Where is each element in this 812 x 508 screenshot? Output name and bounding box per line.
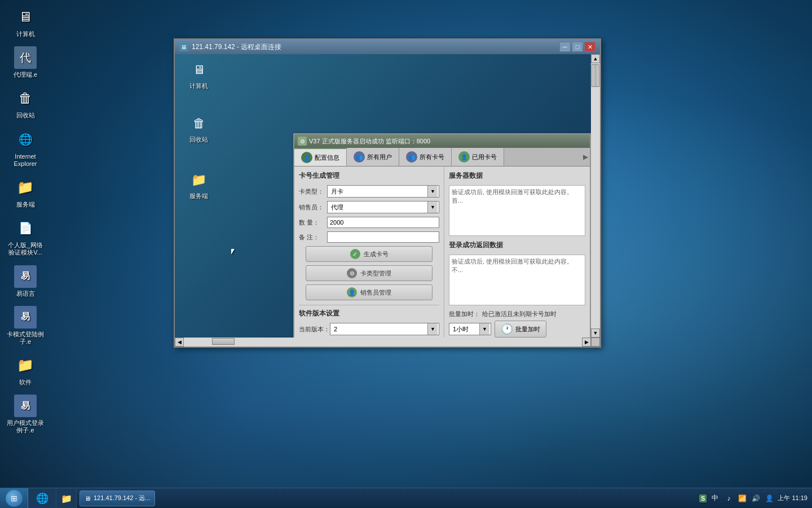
version-value: 2 [332, 326, 427, 332]
desktop-icon-service[interactable]: 📁 服务端 [6, 176, 45, 208]
tray-lang-icon[interactable]: 中 [710, 493, 720, 503]
inner-icon-service[interactable]: 📁 服务端 [180, 170, 217, 200]
quantity-label: 数 量： [299, 218, 327, 227]
desktop-icon-usermode[interactable]: 易 用户模式登录例子.e [6, 395, 45, 434]
rdp-hscroll-left-button[interactable]: ◀ [175, 338, 184, 347]
seller-arrow[interactable]: ▼ [427, 202, 438, 213]
software-label: 软件 [19, 379, 32, 386]
taskbar-ie-button[interactable]: 🌐 [34, 491, 50, 506]
card-type-label: 卡类型： [299, 187, 327, 196]
rdp-hscroll-right-button[interactable]: ▶ [582, 338, 591, 347]
rdp-scroll-down-button[interactable]: ▼ [591, 329, 600, 338]
tab-more-button[interactable]: ▶ [581, 148, 590, 166]
tab-used-cards[interactable]: 👤 已用卡号 [452, 148, 504, 166]
desktop: 🖥 计算机 代 代理端.e 🗑 回收站 🌐 Internet Explorer … [0, 0, 812, 508]
inner-icon-computer[interactable]: 🖥 计算机 [180, 60, 217, 90]
rdp-scroll-thumb[interactable] [592, 64, 599, 87]
start-orb: ⊞ [6, 490, 23, 507]
tab-users-label: 所有用户 [367, 153, 392, 161]
personal-label: 个人版_网络验证模块V... [6, 242, 45, 256]
desktop-icon-recycle[interactable]: 🗑 回收站 [6, 87, 45, 119]
remark-input[interactable] [327, 231, 439, 243]
batch-time-select[interactable]: 1小时 ▼ [449, 323, 491, 335]
batch-desc: 给已激活且未到期卡号加时 [482, 310, 557, 318]
batch-add-time-button[interactable]: 🕐 批量加时 [495, 321, 546, 338]
tray-speaker-icon: 🔊 [751, 493, 761, 503]
login-data-text: 验证成功后, 使用模块回激可获取此处内容。不... [452, 257, 582, 275]
taskbar-time: 上午 11:19 [778, 494, 807, 502]
personal-icon: 📄 [14, 217, 37, 239]
recycle-icon: 🗑 [14, 87, 37, 110]
card-gen-title: 卡号生成管理 [299, 171, 439, 181]
app-right-panel: 服务器数据 验证成功后, 使用模块回激可获取此处内容。首... 登录成功返回数据… [444, 167, 590, 338]
app-left-panel: 卡号生成管理 卡类型： 月卡 ▼ 销售员： [294, 167, 444, 338]
card-type-select[interactable]: 月卡 ▼ [327, 185, 439, 198]
taskbar: ⊞ 🌐 📁 🖥 121.41.79.142 - 远... S 中 ♪ 📶 🔊 👤… [0, 488, 812, 508]
rdp-title-text: 121.41.79.142 - 远程桌面连接 [192, 42, 556, 52]
rdp-hscroll-track[interactable] [184, 338, 582, 347]
inner-icon-recycle[interactable]: 🗑 回收站 [180, 113, 217, 144]
card-type-mgr-button[interactable]: ⚙ 卡类型管理 [306, 265, 432, 281]
taskbar-rdp-icon: 🖥 [85, 495, 91, 502]
seller-select[interactable]: 代理 ▼ [327, 201, 439, 213]
rdp-scroll-up-button[interactable]: ▲ [591, 54, 600, 63]
version-label: 当前版本： [299, 325, 330, 334]
tab-used-icon: 👤 [458, 151, 470, 163]
desktop-icon-proxy[interactable]: 代 代理端.e [6, 46, 45, 78]
user-icon: 👤 [347, 287, 357, 297]
version-arrow[interactable]: ▼ [427, 323, 438, 335]
taskbar-rdp-item[interactable]: 🖥 121.41.79.142 - 远... [80, 491, 155, 506]
app-tabs: 👤 配置信息 👥 所有用户 👥 所有卡号 👤 [294, 148, 590, 167]
rdp-scroll-track[interactable] [591, 63, 600, 329]
app-titlebar: ⚙ V37 正式版服务器启动成功 监听端口：8000 [294, 134, 590, 148]
rdp-close-button[interactable]: ✕ [584, 42, 595, 52]
quantity-input[interactable] [327, 217, 439, 228]
tab-users-icon: 👥 [354, 151, 365, 163]
desktop-icon-easylang[interactable]: 易 易语言 [6, 265, 45, 297]
tab-config[interactable]: 👤 配置信息 [294, 148, 347, 166]
quantity-row: 数 量： [299, 217, 439, 228]
rdp-content: 🖥 计算机 🗑 回收站 📁 服务端 ⚙ V37 正式版服务器启动成功 [175, 54, 591, 338]
card-type-arrow[interactable]: ▼ [427, 186, 438, 197]
rdp-horizontal-scrollbar: ◀ ▶ [175, 338, 600, 347]
usermode-label: 用户模式登录例子.e [6, 419, 45, 434]
check-icon: ✓ [350, 249, 360, 259]
inner-recycle-icon: 🗑 [189, 113, 209, 134]
desktop-icon-software[interactable]: 📁 软件 [6, 354, 45, 386]
seller-mgr-button[interactable]: 👤 销售员管理 [306, 284, 432, 300]
mouse-cursor [231, 249, 235, 255]
desktop-icon-ie[interactable]: 🌐 Internet Explorer [6, 128, 45, 168]
gen-card-button[interactable]: ✓ 生成卡号 [306, 246, 432, 262]
desktop-icon-personal[interactable]: 📄 个人版_网络验证模块V... [6, 217, 45, 256]
rdp-hscroll-thumb[interactable] [212, 338, 235, 345]
tray-note-icon: ♪ [723, 493, 734, 503]
desktop-icons-container: 🖥 计算机 代 代理端.e 🗑 回收站 🌐 Internet Explorer … [6, 6, 45, 435]
rdp-main-area: 🖥 计算机 🗑 回收站 📁 服务端 ⚙ V37 正式版服务器启动成功 [175, 54, 600, 338]
tab-all-cards[interactable]: 👥 所有卡号 [399, 148, 452, 166]
batch-time-arrow[interactable]: ▼ [479, 323, 489, 335]
gen-card-label: 生成卡号 [364, 250, 389, 259]
desktop-icon-computer[interactable]: 🖥 计算机 [6, 6, 45, 38]
rdp-minimize-button[interactable]: ─ [559, 42, 571, 52]
taskbar-folder-button[interactable]: 📁 [59, 491, 74, 506]
computer-label: 计算机 [16, 30, 35, 38]
login-data-box: 验证成功后, 使用模块回激可获取此处内容。不... [449, 255, 585, 305]
server-data-text: 验证成功后, 使用模块回激可获取此处内容。首... [452, 188, 582, 205]
easylang-icon: 易 [14, 265, 37, 288]
remark-label: 备 注： [299, 233, 327, 242]
deepin-logo: S [699, 494, 707, 502]
inner-computer-label: 计算机 [189, 82, 208, 90]
taskbar-tray: S 中 ♪ 📶 🔊 👤 上午 11:19 [695, 493, 812, 503]
usermode-icon: 易 [14, 395, 37, 417]
card-type-mgr-label: 卡类型管理 [360, 269, 391, 278]
ie-icon: 🌐 [14, 128, 37, 151]
rdp-maximize-button[interactable]: □ [572, 42, 583, 52]
desktop-icon-cardlogin[interactable]: 易 卡模式登陆例子.e [6, 306, 45, 345]
start-button[interactable]: ⊞ [0, 488, 28, 508]
inner-service-label: 服务端 [189, 192, 208, 200]
app-title-text: V37 正式版服务器启动成功 监听端口：8000 [309, 137, 586, 146]
version-select[interactable]: 2 ▼ [330, 323, 439, 335]
batch-header: 批量加时： 给已激活且未到期卡号加时 [449, 310, 585, 318]
easylang-label: 易语言 [16, 290, 35, 297]
tab-all-users[interactable]: 👥 所有用户 [347, 148, 399, 166]
